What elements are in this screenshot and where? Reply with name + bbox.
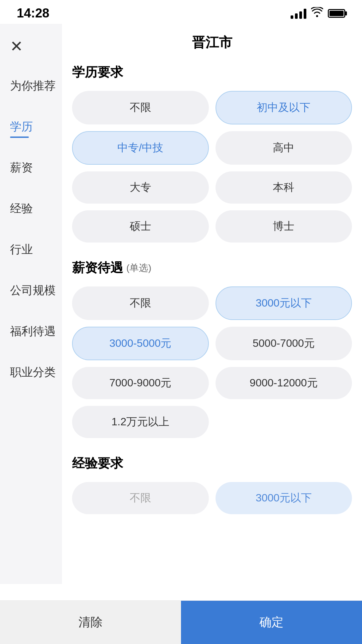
sidebar-item-experience[interactable]: 经验 bbox=[0, 188, 62, 229]
sidebar-item-salary[interactable]: 薪资 bbox=[0, 147, 62, 188]
salary-options-grid: 不限 3000元以下 3000-5000元 5000-7000元 7000-90… bbox=[72, 286, 352, 438]
battery-icon bbox=[328, 9, 345, 18]
experience-partial-row: 不限 3000元以下 bbox=[72, 482, 352, 514]
content-area: 晋江市 学历要求 不限 初中及以下 中专/中技 高中 大专 本科 硕士 博士 薪… bbox=[62, 24, 362, 584]
exp-unlimited-btn[interactable]: 不限 bbox=[72, 482, 209, 514]
education-section: 学历要求 不限 初中及以下 中专/中技 高中 大专 本科 硕士 博士 bbox=[72, 64, 352, 243]
confirm-button[interactable]: 确定 bbox=[181, 601, 362, 644]
status-time: 14:28 bbox=[17, 6, 49, 20]
salary-subtitle: (单选) bbox=[126, 262, 152, 274]
sal-7000-9000-btn[interactable]: 7000-9000元 bbox=[72, 367, 209, 399]
edu-unlimited-btn[interactable]: 不限 bbox=[72, 91, 209, 124]
edu-high-school-btn[interactable]: 高中 bbox=[216, 131, 352, 165]
exp-under-3000-btn[interactable]: 3000元以下 bbox=[216, 482, 352, 514]
salary-section-title: 薪资待遇 (单选) bbox=[72, 259, 352, 276]
edu-junior-high-btn[interactable]: 初中及以下 bbox=[216, 91, 352, 124]
edu-phd-btn[interactable]: 博士 bbox=[216, 210, 352, 243]
education-section-title: 学历要求 bbox=[72, 64, 352, 81]
signal-icon bbox=[291, 8, 306, 19]
salary-section: 薪资待遇 (单选) 不限 3000元以下 3000-5000元 5000-700… bbox=[72, 259, 352, 438]
sidebar-item-benefits[interactable]: 福利待遇 bbox=[0, 311, 62, 352]
sal-under-3000-btn[interactable]: 3000元以下 bbox=[216, 286, 352, 320]
sidebar: ✕ 为你推荐 学历 薪资 经验 行业 公司规模 福利待遇 职业分类 bbox=[0, 24, 62, 584]
sal-over-12000-btn[interactable]: 1.2万元以上 bbox=[72, 406, 209, 438]
close-button[interactable]: ✕ bbox=[0, 31, 62, 65]
edu-master-btn[interactable]: 硕士 bbox=[72, 210, 209, 243]
edu-bachelor-btn[interactable]: 本科 bbox=[216, 171, 352, 204]
education-options-grid: 不限 初中及以下 中专/中技 高中 大专 本科 硕士 博士 bbox=[72, 91, 352, 243]
wifi-icon bbox=[311, 7, 323, 19]
status-icons bbox=[291, 7, 345, 19]
sidebar-item-company-size[interactable]: 公司规模 bbox=[0, 270, 62, 311]
sidebar-item-recommend[interactable]: 为你推荐 bbox=[0, 65, 62, 106]
sidebar-item-industry[interactable]: 行业 bbox=[0, 229, 62, 270]
sal-9000-12000-btn[interactable]: 9000-12000元 bbox=[216, 367, 352, 399]
page-title: 晋江市 bbox=[72, 24, 352, 64]
experience-section-title: 经验要求 bbox=[72, 455, 352, 472]
edu-vocational-btn[interactable]: 中专/中技 bbox=[72, 131, 209, 165]
sidebar-item-education[interactable]: 学历 bbox=[0, 106, 62, 147]
sal-5000-7000-btn[interactable]: 5000-7000元 bbox=[216, 327, 352, 360]
clear-button[interactable]: 清除 bbox=[0, 601, 181, 644]
status-bar: 14:28 bbox=[0, 0, 362, 24]
sal-unlimited-btn[interactable]: 不限 bbox=[72, 286, 209, 320]
sidebar-item-job-category[interactable]: 职业分类 bbox=[0, 352, 62, 393]
edu-junior-college-btn[interactable]: 大专 bbox=[72, 171, 209, 204]
sal-3000-5000-btn[interactable]: 3000-5000元 bbox=[72, 327, 209, 360]
main-container: ✕ 为你推荐 学历 薪资 经验 行业 公司规模 福利待遇 职业分类 晋江市 学历… bbox=[0, 24, 362, 584]
experience-section: 经验要求 不限 3000元以下 bbox=[72, 455, 352, 514]
bottom-bar: 清除 确定 bbox=[0, 600, 362, 644]
